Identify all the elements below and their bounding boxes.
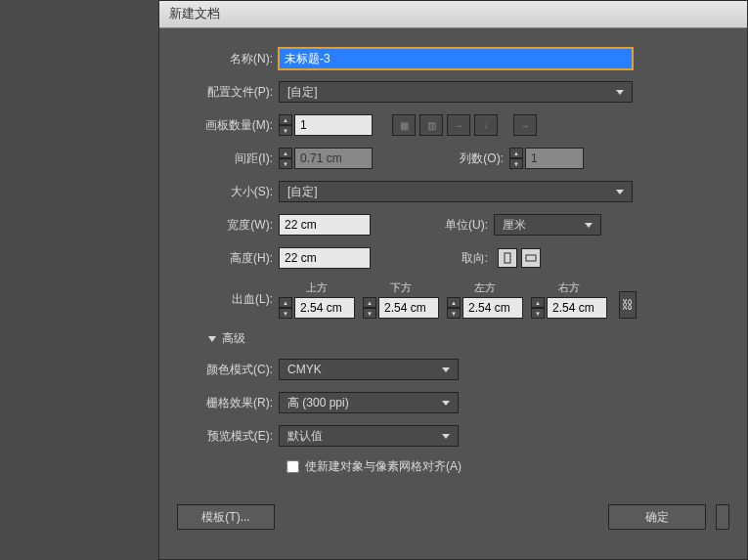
size-dropdown[interactable]: [自定] [279,181,633,202]
artboards-label: 画板数量(M): [173,117,279,134]
bleed-left-input[interactable] [462,297,523,319]
profile-label: 配置文件(P): [173,84,279,101]
spacing-label: 间距(I): [173,151,279,167]
raster-dropdown[interactable]: 高 (300 ppi) [279,392,459,413]
svg-rect-1 [526,255,536,261]
landscape-icon[interactable] [521,248,541,268]
dialog-title: 新建文档 [169,6,220,21]
units-value: 厘米 [503,217,526,234]
colormode-value: CMYK [287,363,322,376]
ok-button[interactable]: 确定 [608,504,706,530]
raster-label: 栅格效果(R): [173,395,279,411]
preview-dropdown[interactable]: 默认值 [279,425,459,447]
svg-rect-0 [505,253,510,263]
arrange-ltr-icon[interactable]: → [513,114,537,136]
new-document-dialog: 新建文档 名称(N): 配置文件(P): [自定] 画板数量(M): ▲▼ ▦ … [158,0,748,560]
portrait-icon[interactable] [498,248,517,268]
arrange-down-icon[interactable]: ↓ [474,114,498,136]
height-label: 高度(H): [173,250,279,267]
size-label: 大小(S): [173,184,279,200]
bleed-top-label: 上方 [279,280,355,295]
size-value: [自定] [287,184,318,200]
preview-label: 预览模式(E): [173,428,279,445]
dialog-titlebar[interactable]: 新建文档 [159,1,747,28]
columns-label: 列数(O): [441,151,509,167]
chevron-down-icon [585,223,593,228]
grid-by-row-icon[interactable]: ▦ [392,114,416,136]
pixelgrid-checkbox[interactable] [286,460,299,473]
artboards-input[interactable] [294,114,373,136]
columns-stepper: ▲▼ [509,148,523,169]
bleed-bottom-input[interactable] [378,297,439,319]
profile-dropdown[interactable]: [自定] [279,81,633,103]
height-input[interactable] [279,247,371,269]
chevron-down-icon [616,190,624,194]
columns-input [525,148,584,169]
bleed-right-input[interactable] [547,297,607,319]
bleed-left-stepper[interactable]: ▲▼ [447,297,461,319]
bleed-top-stepper[interactable]: ▲▼ [279,297,292,319]
width-input[interactable] [279,214,371,236]
advanced-toggle[interactable]: 高级 [208,330,733,347]
arrange-right-icon[interactable]: → [447,114,470,136]
bleed-right-stepper[interactable]: ▲▼ [531,297,545,319]
raster-value: 高 (300 ppi) [287,395,349,411]
bleed-bottom-stepper[interactable]: ▲▼ [363,297,376,319]
chevron-down-icon [442,367,450,372]
colormode-label: 颜色模式(C): [173,362,279,378]
pixelgrid-label: 使新建对象与像素网格对齐(A) [305,458,462,475]
bleed-top-input[interactable] [294,297,355,319]
triangle-down-icon [208,336,216,342]
chevron-down-icon [616,90,624,95]
width-label: 宽度(W): [173,217,279,234]
units-label: 单位(U): [425,217,494,234]
preview-value: 默认值 [287,428,323,445]
name-label: 名称(N): [173,51,279,67]
artboards-stepper[interactable]: ▲▼ [279,114,292,136]
bleed-right-label: 右方 [531,280,607,295]
bleed-left-label: 左方 [447,280,523,295]
template-button[interactable]: 模板(T)... [177,504,275,530]
partial-button[interactable] [716,504,729,530]
orientation-label: 取向: [425,250,494,267]
spacing-input [294,148,373,169]
grid-by-col-icon[interactable]: ▥ [419,114,443,136]
units-dropdown[interactable]: 厘米 [494,214,601,236]
colormode-dropdown[interactable]: CMYK [279,359,459,380]
chevron-down-icon [442,401,450,406]
profile-value: [自定] [287,84,318,101]
dialog-content: 名称(N): 配置文件(P): [自定] 画板数量(M): ▲▼ ▦ ▥ → ↓… [159,28,747,539]
advanced-label: 高级 [222,330,245,347]
bleed-bottom-label: 下方 [363,280,439,295]
spacing-stepper: ▲▼ [279,148,292,169]
name-input[interactable] [279,48,633,69]
chevron-down-icon [442,434,450,439]
link-bleed-icon[interactable]: ⛓ [619,291,637,319]
bleed-label: 出血(L): [173,291,279,308]
